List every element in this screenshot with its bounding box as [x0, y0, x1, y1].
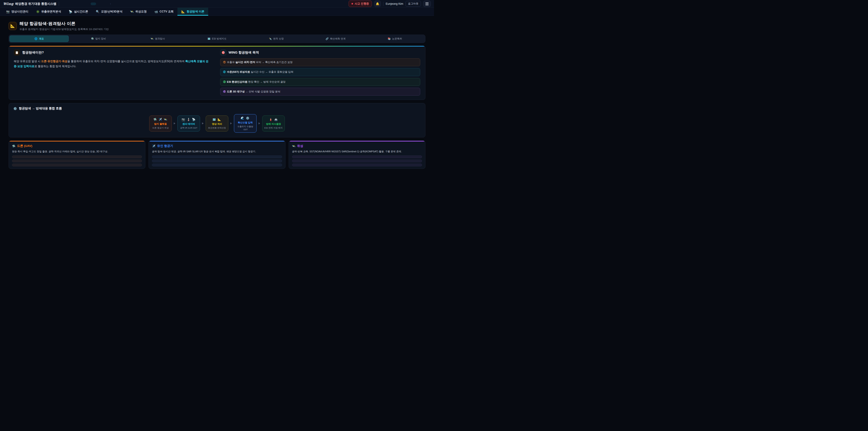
flow-step-title: 영상 처리 [207, 123, 227, 126]
aircraft-card-title: 유인 항공기 [157, 144, 173, 148]
section-tab[interactable]: 🔗 확산예측 연계 [306, 35, 365, 42]
aircraft-card-description: 광역 탐색·장시간 체공. 광학·IR·SAR·SLAR·UV 형광 센서 복합… [152, 150, 282, 153]
flow-step-title: 탐지 플랫폼 [151, 123, 170, 126]
sub-nav-item[interactable]: ✳️ 유출유면적분석 [32, 8, 65, 16]
user-name: Eunjeong Kim [385, 2, 403, 5]
incident-status-label: 사고 진행중 [355, 2, 369, 6]
sub-nav-item-icon: 🛰️ [130, 10, 133, 13]
flow-step-wrap: 🌊 ⚙️ 확산모델 입력 유출위치·유출량·SST ▶ [234, 114, 261, 133]
sub-nav-item[interactable]: 🔍 오염/선박3D분석 [92, 8, 126, 16]
section-tabs: 🌐 개요 🛸 탐지 장비 🛰️ 원격탐사 🗺️ ESI 방제지도 ✒️ 면적 산… [8, 35, 426, 43]
satellite-card: 🛰️ 위성 광역·반복 관측. SST(NOAA AVHRR·NGSST)·SA… [289, 141, 426, 169]
flow-arrow-icon: ▶ [230, 122, 232, 125]
menu-icon [426, 2, 429, 5]
main-nav-item[interactable] [72, 2, 77, 5]
target-icon: 🎯 [221, 51, 225, 54]
overview-card: 📋 항공탐색이란? 해양 유류오염 발생 시 드론·유인항공기·위성을 활용하여… [8, 45, 426, 100]
main-nav-item[interactable] [97, 2, 102, 5]
flow-step: 🌊 ⚙️ 확산모델 입력 유출위치·유출량·SST [234, 114, 256, 133]
purpose-item-rest: 현장 확인 → 방제 우선순위 결정 [248, 81, 286, 83]
main-nav-item[interactable] [103, 2, 109, 5]
header-right: 사고 진행중 🔔 Eunjeong Kim 로그아웃 [348, 0, 431, 7]
logout-button[interactable]: 로그아웃 [405, 1, 421, 6]
sub-nav-item[interactable]: 📷 영상사진관리 [2, 8, 32, 16]
purpose-item: ①유출유 실시간 위치·면적 파악 → 확산예측 초기조건 보정 [220, 58, 420, 66]
section-tab[interactable]: 🛰️ 원격탐사 [128, 35, 187, 42]
triangle-ruler-icon: 📐 [10, 24, 15, 28]
what-is-title: 항공탐색이란? [22, 51, 44, 55]
platform-cards: 🛸 드론 (UAV) 현장 즉시 투입·저고도 정밀 촬영. 광학·적외선 카메… [8, 141, 426, 169]
satellite-card-title: 위성 [297, 144, 303, 148]
sub-nav-item[interactable]: 📡 실시간드론 [65, 8, 92, 16]
purpose-item-number: ④ [223, 90, 226, 93]
purpose-item: ④드론 3D 재구성 → 선박 식별·오염원 정밀 분석 [220, 88, 420, 96]
flow-step-icons: 🌊 ⚙️ [236, 116, 255, 120]
what-text-post: 로 활용하는 통합 탐색 체계입니다. [34, 65, 76, 68]
clipboard-icon: 📋 [15, 51, 19, 54]
purpose-item: ③ESI 환경민감자원 현장 확인 → 방제 우선순위 결정 [220, 78, 420, 86]
bell-icon: 🔔 [376, 2, 379, 5]
hamburger-menu-button[interactable] [423, 1, 431, 7]
sub-nav-item-label: 실시간드론 [74, 10, 88, 13]
main-nav-item[interactable] [84, 2, 90, 5]
what-is-text: 해양 유류오염 발생 시 드론·유인항공기·위성을 활용하여 유출유의 위치·면… [14, 59, 210, 69]
flow-step-wrap: 🗺️ 📐 영상 처리 좌표변환·면적산정 ▶ [206, 116, 233, 131]
app-title: 해양환경 위기대응 통합시스템 [15, 2, 57, 6]
section-tab[interactable]: 🗺️ ESI 방제지도 [187, 35, 247, 42]
purpose-item-number: ① [223, 61, 226, 63]
what-text-pre: 해양 유류오염 발생 시 [14, 60, 41, 63]
section-tab-icon: 🔗 [326, 37, 329, 40]
purpose-item-bold: 수온(SST) 위성자료 [227, 70, 250, 73]
page-subtitle: 유출유 원격탐지·항공감시 기법·ESI 방제정보지도·등록특허 10-1567… [20, 28, 109, 31]
gear-icon: ⚙️ [13, 107, 17, 110]
purpose-item-rest: 파악 → 확산예측 초기조건 보정 [255, 61, 292, 63]
section-tab[interactable]: 🛸 탐지 장비 [69, 35, 128, 42]
section-tab-icon: 📚 [388, 37, 391, 40]
section-tab[interactable]: 🌐 개요 [9, 35, 69, 42]
page-title: 해양 항공탐색·원격탐사 이론 [20, 21, 109, 27]
satellite-spec-list [292, 155, 422, 166]
what-text-mid: 을 활용하여 유출유의 위치·면적·오염형태를 실시간으로 탐지하고, 방제정보… [67, 60, 185, 63]
section-tab-icon: 🛰️ [151, 37, 154, 40]
sub-nav-item-label: 위성요청 [135, 10, 147, 13]
main-nav-item[interactable] [112, 2, 117, 5]
main-nav-item[interactable] [65, 2, 71, 5]
spec-row [292, 155, 422, 158]
spec-row [292, 160, 422, 162]
main-content: 📐 해양 항공탐색·원격탐사 이론 유출유 원격탐지·항공감시 기법·ESI 방… [0, 21, 434, 169]
incident-status-badge: 사고 진행중 [348, 0, 372, 7]
flow-step-icons: 🧯 🚢 [264, 118, 283, 121]
page-header: 📐 해양 항공탐색·원격탐사 이론 유출유 원격탐지·항공감시 기법·ESI 방… [8, 21, 426, 31]
section-tab-label: 확산예측 연계 [330, 37, 346, 40]
flow-step: 🧯 🚢 방제 의사결정 ESI 연계·자원 배치 [262, 116, 285, 131]
flow-step-icons: 📷 🌡️ 📡 [179, 118, 198, 121]
sub-nav-item-icon: 📐 [181, 10, 185, 13]
spec-row [12, 164, 142, 166]
what-is-section: 📋 항공탐색이란? 해양 유류오염 발생 시 드론·유인항공기·위성을 활용하여… [14, 50, 210, 96]
flow-step: 🛸 ✈️ 🛰️ 탐지 플랫폼 드론·항공기·위성 [149, 116, 172, 131]
section-tab[interactable]: 📚 논문특허 [365, 35, 425, 42]
aircraft-spec-list [152, 155, 282, 166]
main-nav-item[interactable] [78, 2, 84, 5]
flow-step-subtitle: 유출위치·유출량·SST [236, 125, 255, 131]
spec-row [12, 155, 142, 158]
flow-step-wrap: 🧯 🚢 방제 의사결정 ESI 연계·자원 배치 ▶ [262, 116, 285, 131]
section-tab[interactable]: ✒️ 면적 산정 [247, 35, 306, 42]
sub-nav-item[interactable]: 📐 항공탐색 이론 [178, 8, 208, 16]
spec-row [152, 164, 282, 166]
purpose-item-bold: 드론 3D 재구성 [227, 90, 245, 93]
page-title-block: 해양 항공탐색·원격탐사 이론 유출유 원격탐지·항공감시 기법·ESI 방제정… [20, 21, 109, 31]
purpose-item: ②수온(SST) 위성자료 실시간 수신 → 유출유 풍화모델 입력 [220, 68, 420, 76]
main-nav-item[interactable] [91, 2, 96, 5]
clipboard-icon-box: 📋 [14, 50, 20, 56]
sub-nav-item[interactable]: 🛰️ 위성요청 [126, 8, 150, 16]
sub-nav-item[interactable]: 📹 CCTV 조회 [151, 8, 178, 16]
drone-spec-list [12, 155, 142, 166]
notifications-button[interactable]: 🔔 [374, 1, 381, 7]
target-icon-box: 🎯 [220, 50, 226, 56]
sub-nav-item-icon: ✳️ [36, 10, 39, 13]
spec-row [12, 160, 142, 162]
purpose-item-number: ③ [223, 81, 226, 83]
sub-nav-item-label: 오염/선박3D분석 [101, 10, 122, 13]
flow-step-subtitle: 광학·IR·SAR·SST [179, 127, 198, 129]
